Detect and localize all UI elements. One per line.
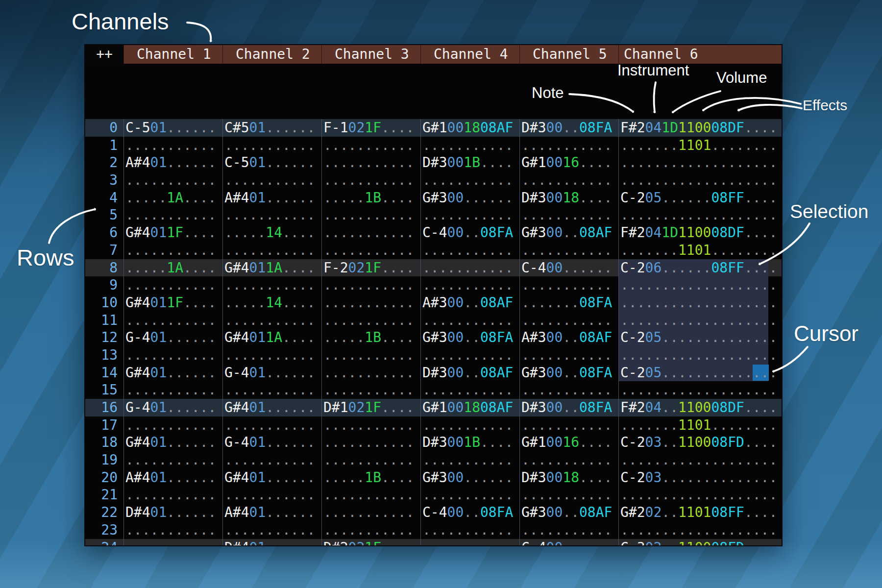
rows-label: Rows — [17, 244, 74, 271]
instrument-label: Instrument — [617, 62, 689, 79]
channels-label: Channels — [72, 8, 169, 35]
volume-label: Volume — [716, 69, 767, 87]
scene: Channels Rows Note Instrument Volume Eff… — [0, 0, 882, 588]
cursor-label: Cursor — [794, 321, 858, 346]
effects-label: Effects — [803, 97, 847, 114]
annotation-arrows — [0, 0, 882, 588]
selection-label: Selection — [790, 201, 868, 222]
note-label: Note — [532, 84, 564, 102]
